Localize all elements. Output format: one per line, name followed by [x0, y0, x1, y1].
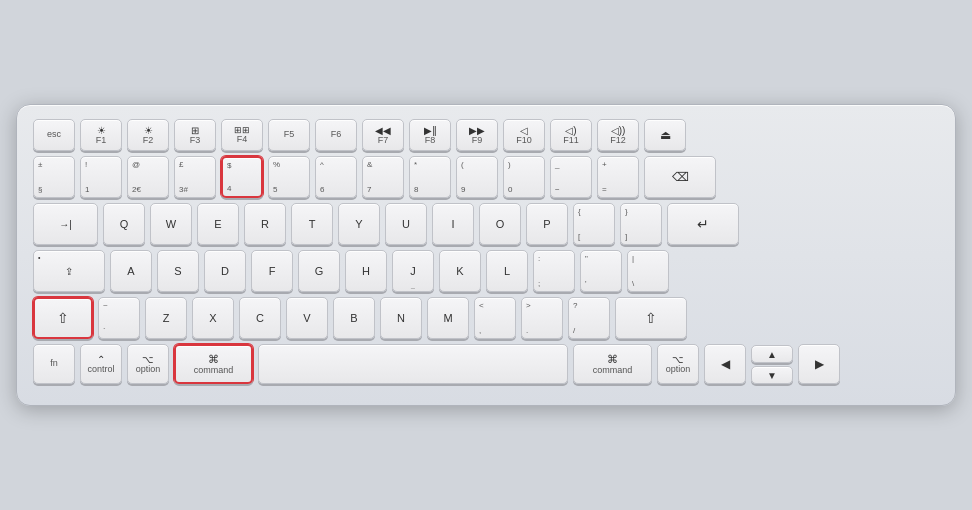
- key-f8[interactable]: ▶‖ F8: [409, 119, 451, 151]
- keyboard: esc ☀ F1 ☀ F2 ⊞ F3 ⊞⊞ F4 F5 F6 ◀◀ F7 ▶‖: [16, 104, 956, 406]
- key-t[interactable]: T: [291, 203, 333, 245]
- key-f10[interactable]: ◁ F10: [503, 119, 545, 151]
- key-f11[interactable]: ◁) F11: [550, 119, 592, 151]
- key-j[interactable]: J _: [392, 250, 434, 292]
- key-tilde[interactable]: ~ `: [98, 297, 140, 339]
- zxcv-row: ⇧ ~ ` Z X C V B N M < , > . ? / ⇧: [33, 297, 939, 339]
- key-command-right[interactable]: ⌘ command: [573, 344, 652, 384]
- qwerty-row: →| Q W E R T Y U I O P { [ } ] ↵: [33, 203, 939, 245]
- key-a[interactable]: A: [110, 250, 152, 292]
- key-caps-lock[interactable]: • ⇪: [33, 250, 105, 292]
- key-8[interactable]: * 8: [409, 156, 451, 198]
- key-period[interactable]: > .: [521, 297, 563, 339]
- key-eject[interactable]: ⏏: [644, 119, 686, 151]
- key-tab[interactable]: →|: [33, 203, 98, 245]
- key-bracket-left[interactable]: { [: [573, 203, 615, 245]
- key-arrow-left[interactable]: ◀: [704, 344, 746, 384]
- key-i[interactable]: I: [432, 203, 474, 245]
- key-command-left[interactable]: ⌘ command: [174, 344, 253, 384]
- key-z[interactable]: Z: [145, 297, 187, 339]
- key-space[interactable]: [258, 344, 568, 384]
- key-bracket-right[interactable]: } ]: [620, 203, 662, 245]
- key-shift-left[interactable]: ⇧: [33, 297, 93, 339]
- key-arrow-right[interactable]: ▶: [798, 344, 840, 384]
- key-7[interactable]: & 7: [362, 156, 404, 198]
- key-5[interactable]: % 5: [268, 156, 310, 198]
- fn-row: esc ☀ F1 ☀ F2 ⊞ F3 ⊞⊞ F4 F5 F6 ◀◀ F7 ▶‖: [33, 119, 939, 151]
- key-equals[interactable]: + =: [597, 156, 639, 198]
- key-return[interactable]: ↵: [667, 203, 739, 245]
- key-f7[interactable]: ◀◀ F7: [362, 119, 404, 151]
- modifier-row: fn ⌃ control ⌥ option ⌘ command ⌘ comman…: [33, 344, 939, 384]
- key-option-left[interactable]: ⌥ option: [127, 344, 169, 384]
- key-w[interactable]: W: [150, 203, 192, 245]
- key-y[interactable]: Y: [338, 203, 380, 245]
- key-p[interactable]: P: [526, 203, 568, 245]
- key-arrow-down[interactable]: ▼: [751, 366, 793, 384]
- key-f[interactable]: F: [251, 250, 293, 292]
- key-control[interactable]: ⌃ control: [80, 344, 122, 384]
- key-option-right[interactable]: ⌥ option: [657, 344, 699, 384]
- key-shift-right[interactable]: ⇧: [615, 297, 687, 339]
- key-u[interactable]: U: [385, 203, 427, 245]
- key-x[interactable]: X: [192, 297, 234, 339]
- key-h[interactable]: H: [345, 250, 387, 292]
- key-backslash[interactable]: | \: [627, 250, 669, 292]
- key-arrow-up[interactable]: ▲: [751, 345, 793, 363]
- key-f5[interactable]: F5: [268, 119, 310, 151]
- key-l[interactable]: L: [486, 250, 528, 292]
- key-g[interactable]: G: [298, 250, 340, 292]
- key-semicolon[interactable]: : ;: [533, 250, 575, 292]
- key-v[interactable]: V: [286, 297, 328, 339]
- key-d[interactable]: D: [204, 250, 246, 292]
- key-9[interactable]: ( 9: [456, 156, 498, 198]
- key-minus[interactable]: _ −: [550, 156, 592, 198]
- key-s[interactable]: S: [157, 250, 199, 292]
- key-o[interactable]: O: [479, 203, 521, 245]
- key-f6[interactable]: F6: [315, 119, 357, 151]
- key-slash[interactable]: ? /: [568, 297, 610, 339]
- key-e[interactable]: E: [197, 203, 239, 245]
- key-delete[interactable]: ⌫: [644, 156, 716, 198]
- key-2[interactable]: @ 2€: [127, 156, 169, 198]
- key-6[interactable]: ^ 6: [315, 156, 357, 198]
- key-section[interactable]: ± §: [33, 156, 75, 198]
- key-3[interactable]: £ 3#: [174, 156, 216, 198]
- key-r[interactable]: R: [244, 203, 286, 245]
- key-q[interactable]: Q: [103, 203, 145, 245]
- key-c[interactable]: C: [239, 297, 281, 339]
- key-0[interactable]: ) 0: [503, 156, 545, 198]
- key-1[interactable]: ! 1: [80, 156, 122, 198]
- key-n[interactable]: N: [380, 297, 422, 339]
- key-b[interactable]: B: [333, 297, 375, 339]
- key-f9[interactable]: ▶▶ F9: [456, 119, 498, 151]
- asdf-row: • ⇪ A S D F G H J _ K L : ; " ' | \: [33, 250, 939, 292]
- key-quote[interactable]: " ': [580, 250, 622, 292]
- key-esc[interactable]: esc: [33, 119, 75, 151]
- key-f4[interactable]: ⊞⊞ F4: [221, 119, 263, 151]
- key-comma[interactable]: < ,: [474, 297, 516, 339]
- key-f1[interactable]: ☀ F1: [80, 119, 122, 151]
- key-4-dollar[interactable]: $ 4: [221, 156, 263, 198]
- num-row: ± § ! 1 @ 2€ £ 3# $ 4 % 5 ^ 6 & 7: [33, 156, 939, 198]
- key-f12[interactable]: ◁)) F12: [597, 119, 639, 151]
- key-f3[interactable]: ⊞ F3: [174, 119, 216, 151]
- key-f2[interactable]: ☀ F2: [127, 119, 169, 151]
- key-k[interactable]: K: [439, 250, 481, 292]
- key-m[interactable]: M: [427, 297, 469, 339]
- key-fn[interactable]: fn: [33, 344, 75, 384]
